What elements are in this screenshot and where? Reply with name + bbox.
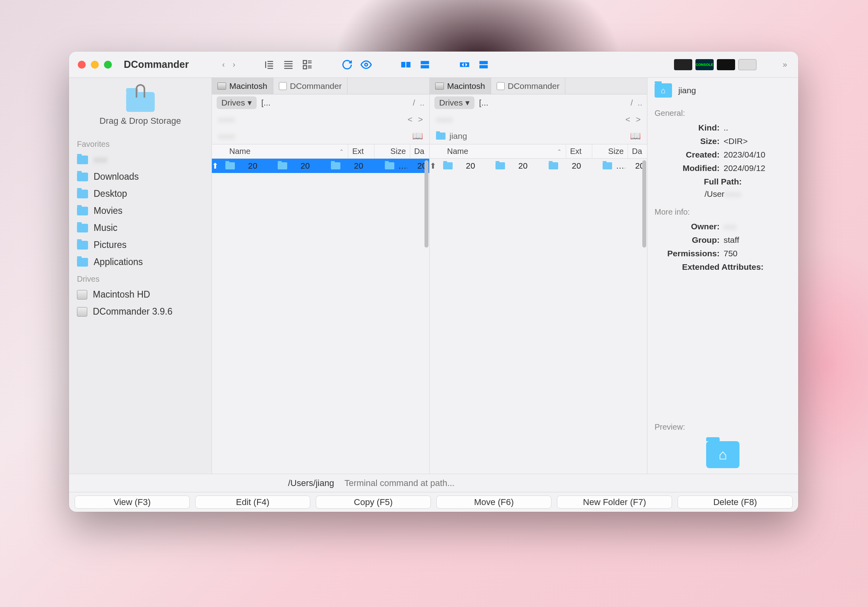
info-preview-label: Preview: [655,423,791,432]
view-brief-icon[interactable] [261,58,277,72]
nav-back-button[interactable]: ‹ [220,60,227,69]
console-tool-icon[interactable]: CONSOLE [695,59,714,70]
sidebar-favorite-item[interactable]: Desktop [69,185,211,202]
drive-icon [77,290,87,300]
file-row[interactable]: ⬆ .. .adobe 20 .android 20 .cache 20 .co… [430,159,647,173]
swap-panels-icon[interactable] [457,58,472,72]
panel-tab[interactable]: Macintosh [430,78,491,94]
history-forward[interactable]: > [418,115,423,124]
col-date[interactable]: Da [410,144,429,158]
svg-rect-20 [460,62,469,67]
right-panel: MacintoshDCommander Drives▾ [... / .. xx… [430,78,647,474]
current-path: /Users/jiang [288,478,334,488]
col-date[interactable]: Da [628,144,647,158]
sidebar-favorite-item[interactable]: Movies [69,202,211,219]
sidebar-favorite-item[interactable]: Pictures [69,236,211,254]
svg-rect-12 [303,65,307,69]
scrollbar[interactable] [424,159,428,474]
fn-button[interactable]: New Folder (F7) [557,496,672,509]
col-size[interactable]: Size [592,144,628,158]
fn-button[interactable]: Edit (F4) [195,496,310,509]
fn-button[interactable]: View (F3) [75,496,190,509]
activity-tool-icon[interactable] [717,59,735,70]
file-list[interactable]: ⬆ .. .adobe 20 .android 20 .cache 20 .co… [212,159,429,474]
path-up[interactable]: .. [638,98,642,108]
file-row[interactable]: .cache 20 .config 20 .idapro 20 .local 2… [327,159,429,173]
panel-tab[interactable]: DCommander [273,78,348,94]
file-size: 20 [456,161,492,171]
terminal-input[interactable] [341,476,793,490]
zoom-button[interactable] [104,61,112,69]
history-back[interactable]: < [407,115,412,124]
sidebar-favorite-item[interactable]: xxx [69,151,211,168]
sidebar-drive-item[interactable]: Macintosh HD [69,286,211,303]
file-size: 20 [238,161,274,171]
quicklook-icon[interactable] [358,58,374,72]
history-forward[interactable]: > [636,115,641,124]
svg-rect-16 [401,62,406,67]
diskutil-tool-icon[interactable] [738,59,757,70]
sidebar-favorite-item[interactable]: Applications [69,254,211,271]
dmg-icon [279,82,287,90]
folder-icon [603,162,612,169]
sidebar-drive-item[interactable]: DCommander 3.9.6 [69,303,211,320]
panel-tab[interactable]: DCommander [491,78,566,94]
file-row[interactable]: .config 20 .idapro 20 .local 20 .mono 20… [599,159,647,173]
view-thumbnail-icon[interactable] [300,58,315,72]
info-perm-label: Permissions: [655,249,724,258]
file-date: 20 [238,161,257,171]
nav-forward-button[interactable]: › [230,60,238,69]
fn-button[interactable]: Delete (F8) [678,496,793,509]
stacked-pane-icon[interactable] [417,58,433,72]
tab-label: Macintosh [229,81,267,91]
folder-icon [225,162,235,169]
close-button[interactable] [78,61,86,69]
scrollbar[interactable] [641,159,646,474]
file-row[interactable]: ⬆ .. .adobe 20 .android 20 .cache 20 .co… [212,159,429,173]
col-size[interactable]: Size [374,144,410,158]
file-row[interactable]: .android 20 .cache 20 .config 20 .idapro… [492,159,647,173]
drives-dropdown[interactable]: Drives▾ [434,96,474,109]
breadcrumb[interactable]: [... [479,98,488,108]
dual-pane-icon[interactable] [398,58,414,72]
file-list[interactable]: ⬆ .. .adobe 20 .android 20 .cache 20 .co… [430,159,647,474]
col-name[interactable]: Name⌃ [212,144,348,158]
terminal-tool-icon[interactable] [674,59,692,70]
col-ext[interactable]: Ext [348,144,374,158]
history-back[interactable]: < [625,115,630,124]
sync-icon[interactable] [339,58,355,72]
col-ext[interactable]: Ext [566,144,592,158]
bookmark-icon[interactable]: 📖 [412,131,423,141]
equal-panels-icon[interactable] [476,58,492,72]
toolbar-overflow-icon[interactable]: » [780,60,789,69]
preview-home-icon: ⌂ [706,441,739,468]
fn-button[interactable]: Copy (F5) [316,496,431,509]
path-segment[interactable]: xxxx [436,115,453,124]
sidebar-favorite-item[interactable]: Downloads [69,168,211,185]
info-created-label: Created: [655,150,724,159]
drives-dropdown[interactable]: Drives▾ [217,96,257,109]
bookmark-icon[interactable]: 📖 [630,131,641,141]
sidebar-item-label: Music [94,223,117,233]
sidebar-favorite-item[interactable]: Music [69,219,211,236]
sidebar-item-label: Movies [94,206,123,216]
file-row[interactable]: .android 20 .cache 20 .config 20 .idapro… [274,159,429,173]
file-row[interactable]: .adobe 20 .android 20 .cache 20 .config … [440,159,647,173]
minimize-button[interactable] [91,61,99,69]
file-row[interactable]: .cache 20 .config 20 .idapro 20 .local 2… [545,159,647,173]
view-full-icon[interactable] [280,58,296,72]
path-up[interactable]: .. [420,98,424,108]
info-owner-label: Owner: [655,222,724,231]
drop-storage[interactable]: Drag & Drop Storage [69,83,211,136]
fn-button[interactable]: Move (F6) [436,496,551,509]
panel-tabs: MacintoshDCommander [430,78,647,94]
breadcrumb[interactable]: [... [261,98,271,108]
file-row[interactable]: .adobe 20 .android 20 .cache 20 .config … [222,159,429,173]
info-title: jiang [678,86,696,95]
info-more-label: More info: [655,207,791,217]
path-segment[interactable]: xxxx [218,115,235,124]
file-row[interactable]: .config 20 .idapro 20 .local 20 .mono 20… [381,159,429,173]
chevron-down-icon: ▾ [248,98,252,108]
col-name[interactable]: Name⌃ [430,144,566,158]
panel-tab[interactable]: Macintosh [212,78,273,94]
